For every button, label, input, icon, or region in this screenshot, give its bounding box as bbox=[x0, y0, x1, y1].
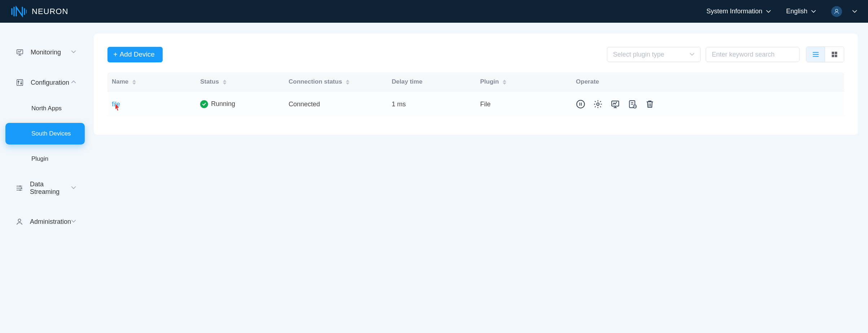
device-connection: Connected bbox=[284, 92, 387, 117]
sidebar-item-administration[interactable]: Administration bbox=[5, 210, 85, 233]
col-connection[interactable]: Connection status bbox=[284, 72, 387, 92]
neuron-logo-icon bbox=[11, 6, 27, 17]
view-toggle bbox=[806, 46, 844, 62]
user-menu[interactable] bbox=[831, 6, 857, 17]
chevron-down-icon bbox=[71, 218, 76, 226]
sidebar-item-plugin[interactable]: Plugin bbox=[5, 148, 85, 170]
sidebar-label: Data Streaming bbox=[30, 181, 71, 196]
settings-button[interactable] bbox=[593, 99, 603, 109]
chevron-up-icon bbox=[71, 79, 76, 86]
search-input[interactable] bbox=[706, 47, 799, 62]
main-content: + Add Device Select plugin type bbox=[90, 23, 868, 237]
device-status: Running bbox=[196, 92, 284, 117]
sidebar-item-south-devices[interactable]: South Devices bbox=[5, 123, 85, 145]
statistics-button[interactable] bbox=[611, 99, 620, 109]
table-header-row: Name Status Connection status Delay bbox=[107, 72, 844, 92]
system-info-label: System Information bbox=[706, 8, 762, 15]
brand-logo: NEURON bbox=[11, 6, 68, 17]
devices-card: + Add Device Select plugin type bbox=[94, 34, 858, 135]
svg-point-14 bbox=[18, 219, 21, 222]
system-information-menu[interactable]: System Information bbox=[706, 8, 771, 15]
grid-icon bbox=[831, 51, 838, 58]
svg-point-13 bbox=[20, 190, 21, 191]
chevron-down-icon bbox=[852, 9, 857, 14]
plus-icon: + bbox=[113, 50, 118, 59]
svg-rect-20 bbox=[832, 55, 834, 57]
stream-icon bbox=[16, 184, 23, 192]
sidebar-label: Configuration bbox=[31, 79, 69, 86]
chevron-down-icon bbox=[71, 185, 76, 192]
sort-icon bbox=[132, 80, 136, 85]
sort-icon bbox=[223, 80, 226, 85]
svg-rect-18 bbox=[832, 52, 834, 54]
chevron-down-icon bbox=[689, 52, 695, 57]
sidebar-nav: Monitoring Configuration North Apps So bbox=[0, 23, 90, 237]
sidebar-label: Monitoring bbox=[31, 49, 61, 56]
col-name[interactable]: Name bbox=[107, 72, 196, 92]
monitor-icon bbox=[16, 48, 24, 57]
brand-text: NEURON bbox=[32, 7, 68, 16]
plugin-select-placeholder: Select plugin type bbox=[613, 51, 664, 58]
sidebar-item-data-streaming[interactable]: Data Streaming bbox=[5, 173, 85, 203]
plugin-type-select[interactable]: Select plugin type bbox=[607, 47, 701, 62]
sidebar-label: Plugin bbox=[31, 155, 48, 163]
svg-rect-19 bbox=[835, 52, 837, 54]
grid-view-button[interactable] bbox=[825, 47, 844, 62]
sidebar-label: South Devices bbox=[31, 130, 71, 137]
sort-icon bbox=[503, 80, 506, 85]
svg-point-11 bbox=[20, 186, 21, 187]
sidebar-item-configuration[interactable]: Configuration bbox=[5, 71, 85, 94]
svg-rect-21 bbox=[835, 55, 837, 57]
pause-button[interactable] bbox=[576, 99, 585, 109]
col-operate: Operate bbox=[572, 72, 844, 92]
sidebar-label: North Apps bbox=[31, 105, 62, 112]
sidebar-label: Administration bbox=[30, 218, 71, 226]
delete-button[interactable] bbox=[645, 99, 655, 109]
col-delay: Delay time bbox=[387, 72, 476, 92]
user-icon bbox=[16, 217, 23, 226]
language-menu[interactable]: English bbox=[786, 8, 816, 15]
sidebar-item-north-apps[interactable]: North Apps bbox=[5, 98, 85, 119]
svg-point-8 bbox=[18, 81, 19, 82]
svg-rect-5 bbox=[17, 50, 23, 54]
svg-rect-6 bbox=[17, 80, 23, 86]
add-device-button[interactable]: + Add Device bbox=[107, 47, 163, 62]
add-device-label: Add Device bbox=[120, 50, 155, 58]
app-header: NEURON System Information English bbox=[0, 0, 868, 23]
user-icon bbox=[833, 8, 840, 15]
chevron-down-icon bbox=[766, 9, 771, 14]
chevron-down-icon bbox=[71, 49, 76, 56]
col-plugin[interactable]: Plugin bbox=[476, 72, 572, 92]
col-status[interactable]: Status bbox=[196, 72, 284, 92]
sliders-icon bbox=[16, 78, 24, 87]
list-view-button[interactable] bbox=[806, 47, 825, 62]
status-ok-icon bbox=[200, 100, 208, 108]
table-row: file Running Connected 1 ms File bbox=[107, 92, 844, 117]
list-icon bbox=[812, 50, 820, 58]
toolbar: + Add Device Select plugin type bbox=[107, 46, 844, 62]
svg-point-10 bbox=[21, 83, 22, 84]
language-label: English bbox=[786, 8, 807, 15]
devices-table: Name Status Connection status Delay bbox=[107, 72, 844, 117]
device-plugin: File bbox=[476, 92, 572, 117]
avatar bbox=[831, 6, 842, 17]
debug-log-button[interactable] bbox=[628, 99, 637, 109]
device-name-link[interactable]: file bbox=[112, 101, 120, 108]
svg-point-22 bbox=[577, 100, 585, 108]
svg-point-25 bbox=[597, 103, 599, 106]
sort-icon bbox=[346, 80, 349, 85]
sidebar-item-monitoring[interactable]: Monitoring bbox=[5, 41, 85, 64]
device-delay: 1 ms bbox=[387, 92, 476, 117]
chevron-down-icon bbox=[811, 9, 816, 14]
svg-point-4 bbox=[836, 9, 838, 12]
row-operations bbox=[576, 99, 840, 109]
